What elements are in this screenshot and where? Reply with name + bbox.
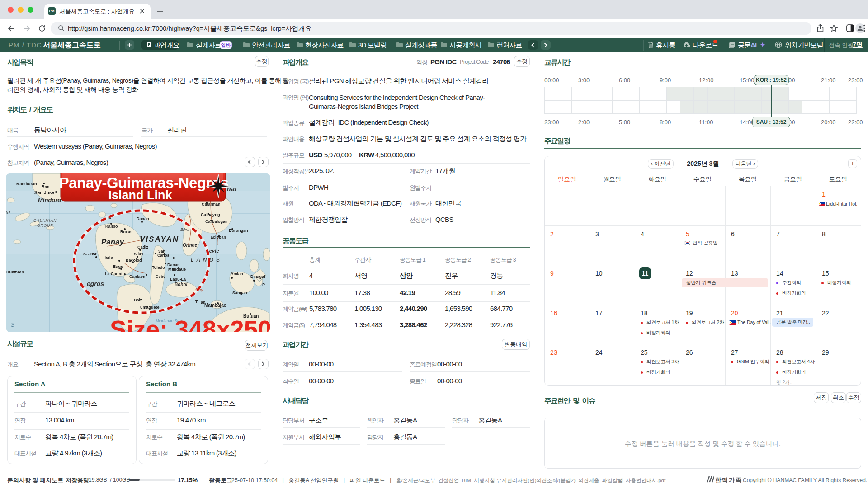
svg-text:Lapu-La: Lapu-La: [170, 277, 186, 282]
svg-text:Bacolod: Bacolod: [126, 258, 142, 263]
svg-text:Canlaon: Canlaon: [129, 274, 146, 279]
svg-text:Island Link: Island Link: [108, 188, 172, 202]
svg-text:Mamburao: Mamburao: [16, 182, 37, 186]
svg-text:Roxas: Roxas: [120, 230, 132, 234]
svg-text:Panay: Panay: [101, 238, 125, 246]
svg-text:Catarman: Catarman: [202, 202, 221, 206]
svg-text:Mambajao: Mambajao: [204, 303, 226, 308]
svg-text:egros: egros: [87, 280, 104, 287]
svg-text:Bohol: Bohol: [175, 282, 188, 287]
svg-text:ga: ga: [6, 210, 10, 214]
svg-text:VISAYAN: VISAYAN: [140, 235, 179, 244]
svg-text:S. Jose: S. Jose: [83, 252, 98, 256]
svg-text:Danao: Danao: [137, 216, 149, 221]
svg-text:Toledo: Toledo: [152, 265, 165, 270]
svg-text:Ormoc: Ormoc: [183, 243, 198, 248]
svg-text:San Jose: San Jose: [34, 190, 54, 195]
svg-text:La Carlota: La Carlota: [105, 272, 125, 276]
svg-text:Size: 348x250: Size: 348x250: [110, 315, 270, 332]
svg-text:Cadiz: Cadiz: [137, 245, 149, 249]
svg-text:Bilira: Bilira: [180, 227, 189, 232]
svg-text:T: T: [195, 300, 198, 304]
svg-text:GROUP: GROUP: [37, 223, 53, 228]
svg-text:P: P: [262, 282, 265, 287]
svg-text:Dinagat: Dinagat: [250, 274, 265, 279]
svg-text:Bon: Bon: [42, 184, 50, 189]
svg-text:Iloilo: Iloilo: [104, 255, 113, 260]
svg-text:S: S: [11, 322, 14, 328]
svg-text:Calbayog: Calbayog: [201, 212, 220, 217]
svg-text:Carbalogan: Carbalogan: [205, 219, 228, 224]
svg-text:Bago: Bago: [113, 264, 123, 269]
svg-text:Bais: Bais: [134, 298, 142, 302]
svg-text:Sangao: Sangao: [232, 291, 247, 295]
svg-text:acloban: acloban: [211, 235, 226, 239]
svg-text:Dumaran: Dumaran: [6, 270, 24, 274]
svg-text:Anilao: Anilao: [231, 272, 243, 276]
svg-text:umaguete: umaguete: [140, 305, 160, 310]
svg-text:Carlos: Carlos: [157, 253, 170, 258]
svg-text:Borongan: Borongan: [229, 228, 248, 233]
svg-text:Silay: Silay: [134, 252, 143, 256]
svg-text:CALAMIAN: CALAMIAN: [33, 218, 57, 223]
svg-text:Cebu: Cebu: [156, 274, 166, 279]
svg-text:Danao: Danao: [167, 263, 180, 267]
svg-text:Kalibo: Kalibo: [105, 224, 118, 229]
svg-text:Mandaue: Mandaue: [168, 267, 186, 272]
svg-text:Mindoro: Mindoro: [38, 197, 61, 203]
svg-text:LANDS: LANDS: [191, 257, 222, 263]
